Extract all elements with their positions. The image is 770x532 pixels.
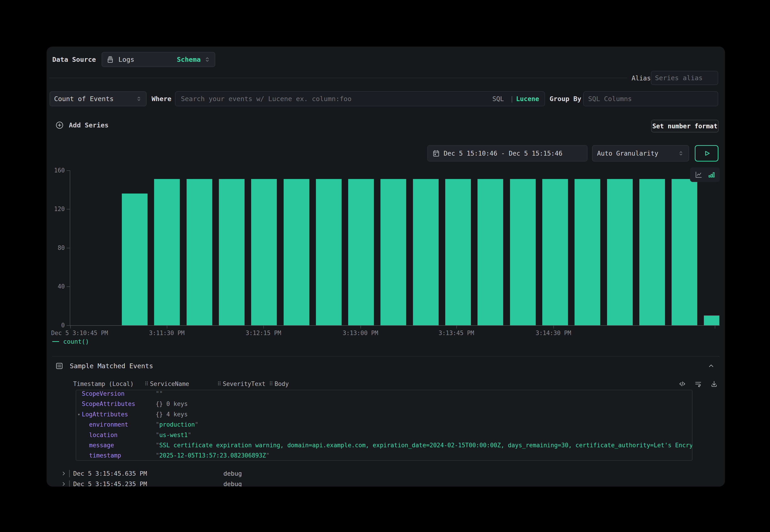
events-table-header: Timestamp (Local)⠿ServiceName⠿SeverityTe… (47, 379, 725, 389)
event-timestamp: Dec 5 3:15:45.235 PM (73, 479, 147, 487)
drag-handle-icon[interactable]: ⠿ (217, 379, 221, 389)
attribute-value[interactable]: {} 4 keys (156, 409, 692, 420)
y-tick-mark (67, 170, 70, 171)
event-timestamp: Dec 5 3:15:45.635 PM (73, 468, 147, 479)
bar-chart-plot-area (70, 170, 719, 325)
chart-bar[interactable] (639, 179, 665, 325)
chart-bar[interactable] (542, 179, 568, 325)
lucene-mode-label[interactable]: Lucene (516, 95, 539, 103)
chart-type-toggle (690, 167, 720, 182)
group-by-input[interactable] (588, 95, 713, 103)
y-tick-mark (67, 325, 70, 326)
attribute-key[interactable]: location (89, 430, 117, 440)
attribute-value[interactable]: "" (156, 390, 692, 399)
attribute-value[interactable]: {} 0 keys (156, 399, 692, 409)
y-tick-mark (67, 209, 70, 209)
chevron-updown-icon (204, 56, 211, 63)
chevron-right-icon[interactable] (61, 481, 67, 487)
attribute-key[interactable]: environment (89, 419, 128, 430)
schema-label: Schema (177, 56, 201, 63)
set-number-format-button[interactable]: Set number format (651, 120, 719, 132)
chart-bar[interactable] (672, 179, 697, 325)
x-tick-label: 3:14:30 PM (536, 330, 571, 336)
close-quote: " (195, 421, 198, 428)
code-icon[interactable] (678, 380, 686, 388)
event-table-row[interactable]: Dec 5 3:15:45.235 PMdebug (47, 479, 725, 487)
column-header-servicename[interactable]: ServiceName (150, 379, 189, 389)
caret-down-icon[interactable]: ▾ (77, 409, 80, 420)
chart-bar[interactable] (510, 179, 536, 325)
open-quote: " (156, 421, 159, 428)
chart-legend: count() (52, 338, 89, 345)
column-header-severitytext[interactable]: SeverityText (223, 379, 265, 389)
add-series-button[interactable]: Add Series (55, 121, 109, 129)
alias-input[interactable] (655, 74, 714, 82)
log-attribute-row: ▾LogAttributes{} 4 keys (76, 409, 692, 420)
chart-bar[interactable] (413, 179, 439, 325)
text-wrap-icon[interactable] (694, 380, 702, 388)
attribute-value[interactable]: "production" (156, 419, 692, 430)
chart-bar[interactable] (575, 179, 600, 325)
y-tick-label: 0 (47, 322, 65, 329)
mode-divider: | (510, 95, 514, 103)
chart-bar[interactable] (122, 194, 147, 325)
plus-circle-icon (55, 121, 64, 129)
attribute-value[interactable]: "us-west1" (156, 430, 692, 440)
chart-bar[interactable] (445, 179, 471, 325)
chart-bar[interactable] (284, 179, 309, 325)
chart-bar[interactable] (251, 179, 277, 325)
log-attribute-row: timestamp"2025-12-05T13:57:23.082306893Z… (76, 450, 692, 461)
attribute-key[interactable]: timestamp (89, 450, 121, 461)
time-range-picker[interactable]: Dec 5 15:10:46 - Dec 5 15:15:46 (427, 145, 588, 162)
y-axis-line (70, 170, 70, 326)
calendar-icon (432, 149, 440, 157)
column-header-timestamplocal[interactable]: Timestamp (Local) (73, 379, 134, 389)
drag-handle-icon[interactable]: ⠿ (144, 379, 149, 389)
log-attribute-row: location"us-west1" (76, 430, 692, 440)
chart-bar[interactable] (316, 179, 341, 325)
legend-series-label: count() (63, 338, 89, 345)
chart-bar[interactable] (607, 179, 633, 325)
x-axis-line (70, 325, 720, 326)
y-tick-label: 160 (47, 167, 65, 174)
attribute-key[interactable]: ScopeAttributes (82, 399, 135, 409)
sql-mode-label[interactable]: SQL (493, 95, 504, 103)
alias-divider (49, 78, 627, 78)
attribute-key[interactable]: LogAttributes (82, 409, 128, 420)
chart-bar[interactable] (380, 179, 406, 325)
x-tick-mark (360, 326, 361, 328)
chart-bar[interactable] (348, 179, 374, 325)
chevron-updown-icon (136, 96, 142, 102)
database-icon (106, 55, 114, 64)
search-input[interactable] (181, 95, 489, 103)
aggregation-select[interactable]: Count of Events (50, 91, 147, 106)
chart-bar[interactable] (187, 179, 212, 325)
line-chart-icon[interactable] (695, 171, 703, 179)
bar-chart-icon[interactable] (708, 171, 715, 179)
y-tick-mark (67, 248, 70, 248)
column-header-body[interactable]: Body (274, 379, 289, 389)
granularity-value: Auto Granularity (597, 150, 658, 157)
chart-bar[interactable] (154, 179, 180, 325)
collapse-section-chevron-up-icon[interactable] (708, 362, 715, 370)
granularity-select[interactable]: Auto Granularity (592, 145, 689, 162)
chart-bar[interactable] (219, 179, 244, 325)
aggregation-value: Count of Events (54, 95, 114, 103)
data-source-select[interactable]: Logs Schema (102, 52, 215, 67)
run-query-button[interactable] (695, 145, 718, 162)
sql-toggle[interactable]: SQL |Lucene (493, 95, 539, 103)
attribute-key[interactable]: message (89, 440, 114, 450)
event-table-row[interactable]: Dec 5 3:15:45.635 PMdebug (47, 468, 725, 479)
chevron-right-icon[interactable] (61, 470, 67, 477)
y-tick-label: 40 (47, 283, 65, 290)
download-icon[interactable] (710, 380, 718, 388)
drag-handle-icon[interactable]: ⠿ (269, 379, 273, 389)
attribute-value[interactable]: "2025-12-05T13:57:23.082306893Z" (156, 450, 692, 461)
close-quote: " (188, 432, 191, 438)
chart-bar[interactable] (704, 316, 719, 325)
attribute-key[interactable]: ScopeVersion (82, 390, 124, 399)
chart-bar[interactable] (478, 179, 503, 325)
attribute-value[interactable]: "SSL certificate expiration warning, dom… (156, 440, 692, 450)
alias-label: Alias (632, 75, 651, 82)
where-label: Where (152, 95, 171, 103)
